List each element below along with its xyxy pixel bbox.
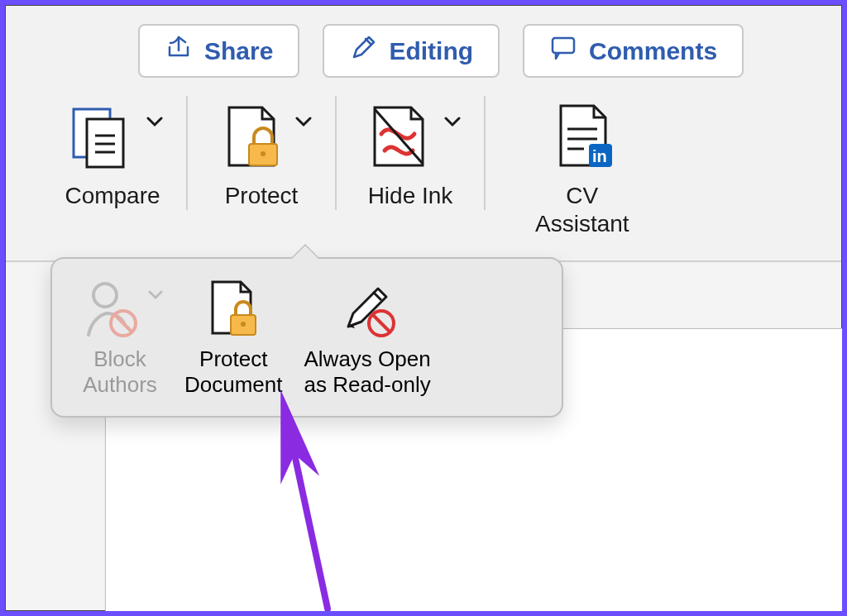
- protect-icon: [211, 96, 290, 175]
- protect-group[interactable]: Protect: [188, 96, 337, 210]
- cv-assistant-icon: in: [543, 96, 622, 175]
- comments-button[interactable]: Comments: [523, 24, 744, 78]
- comment-icon: [549, 34, 577, 68]
- title-actions-row: Share Editing Comments: [6, 6, 841, 88]
- ribbon-review-section: Compare Protect: [6, 88, 841, 260]
- chevron-down-icon[interactable]: [295, 96, 312, 131]
- svg-text:in: in: [592, 147, 607, 165]
- hide-ink-group[interactable]: Hide Ink: [337, 96, 486, 210]
- svg-line-16: [115, 315, 132, 332]
- compare-icon: [62, 96, 141, 175]
- pencil-icon: [349, 34, 377, 68]
- block-authors-label: Block Authors: [83, 346, 157, 398]
- protect-document-label: Protect Document: [184, 346, 283, 398]
- block-authors-item: Block Authors: [70, 272, 170, 401]
- comments-label: Comments: [589, 37, 717, 65]
- share-icon: [165, 34, 193, 68]
- always-readonly-label: Always Open as Read-only: [304, 346, 431, 398]
- cv-assistant-group[interactable]: in CV Assistant: [486, 96, 653, 237]
- svg-point-18: [241, 322, 246, 327]
- svg-point-7: [261, 151, 266, 156]
- protect-label: Protect: [225, 182, 299, 210]
- editing-label: Editing: [389, 37, 473, 65]
- protect-document-icon: [199, 275, 267, 343]
- share-button[interactable]: Share: [138, 24, 299, 78]
- chevron-down-icon[interactable]: [444, 96, 461, 131]
- always-readonly-item[interactable]: Always Open as Read-only: [298, 272, 438, 401]
- svg-line-20: [373, 315, 390, 332]
- svg-rect-0: [553, 38, 574, 53]
- protect-document-item[interactable]: Protect Document: [178, 272, 290, 401]
- pencil-block-icon: [333, 275, 401, 343]
- cv-assistant-label: CV Assistant: [535, 182, 629, 237]
- person-block-icon: [77, 275, 145, 343]
- ink-icon: [360, 96, 439, 175]
- compare-label: Compare: [65, 182, 160, 210]
- protect-dropdown: Block Authors Protect Document Always Op: [50, 257, 563, 418]
- compare-group[interactable]: Compare: [39, 96, 188, 210]
- chevron-down-icon[interactable]: [146, 96, 163, 131]
- svg-point-14: [93, 284, 117, 307]
- share-label: Share: [204, 37, 273, 65]
- chevron-down-icon: [148, 275, 163, 303]
- hide-ink-label: Hide Ink: [368, 182, 453, 210]
- editing-mode-button[interactable]: Editing: [323, 24, 500, 78]
